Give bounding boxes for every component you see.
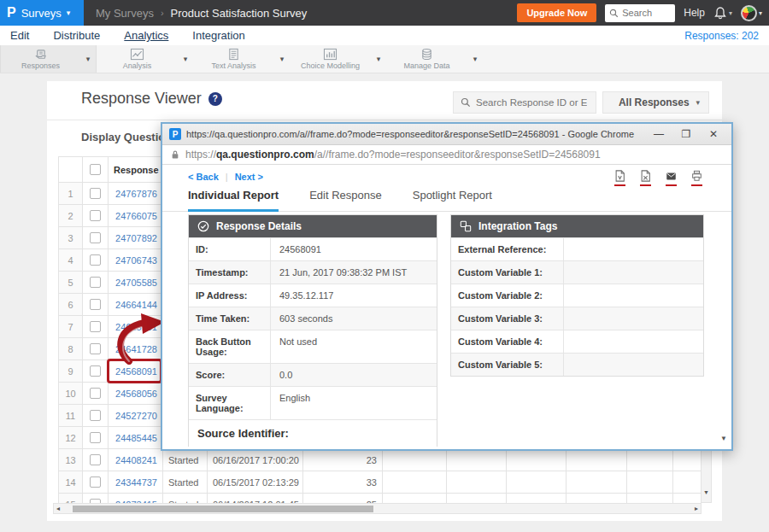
toolbar-choice-modelling[interactable]: Choice Modelling ▾ — [290, 45, 386, 73]
status-cell: Started — [163, 471, 208, 494]
response-id-link[interactable]: 24408241 — [109, 449, 163, 471]
tab-spotlight-report[interactable]: Spotlight Report — [413, 189, 492, 211]
select-all-checkbox[interactable] — [90, 164, 101, 175]
global-search[interactable] — [605, 4, 675, 22]
checkbox-cell — [83, 360, 109, 383]
notifications-menu[interactable]: ▾ — [713, 6, 732, 20]
surveys-menu[interactable]: P Surveys ▾ — [0, 0, 84, 26]
response-id-link[interactable]: 24273415 — [109, 494, 163, 504]
minimize-button[interactable]: — — [648, 128, 670, 140]
chevron-down-icon[interactable]: ▾ — [274, 55, 290, 63]
response-id-link[interactable]: 24767876 — [109, 183, 163, 205]
empty-cell — [507, 471, 566, 494]
row-number-header — [59, 157, 83, 183]
nav-edit[interactable]: Edit — [10, 29, 29, 42]
response-id-link[interactable]: 24706743 — [109, 249, 163, 272]
row-checkbox[interactable] — [90, 388, 101, 399]
empty-cell — [507, 494, 566, 504]
toolbar-manage-data[interactable]: Manage Data ▾ — [386, 45, 483, 73]
row-checkbox[interactable] — [90, 277, 101, 288]
response-id-header[interactable]: Response ID ▲ — [109, 157, 163, 183]
back-link[interactable]: < Back — [188, 172, 219, 182]
row-checkbox[interactable] — [90, 476, 101, 488]
toolbar-choice-modelling-label: Choice Modelling — [301, 61, 360, 70]
global-search-input[interactable] — [622, 8, 672, 18]
all-responses-dropdown[interactable]: All Responses ▾ — [602, 91, 709, 114]
nav-integration[interactable]: Integration — [192, 29, 244, 42]
tag-label: Custom Variable 4: — [451, 330, 564, 353]
response-id-link[interactable]: 24766075 — [109, 205, 163, 227]
close-button[interactable]: ✕ — [702, 128, 725, 140]
horizontal-scrollbar[interactable]: ◂ ▸ — [53, 503, 701, 514]
pdf-export-icon[interactable] — [614, 170, 625, 186]
help-icon[interactable]: ? — [208, 92, 222, 106]
checkbox-cell — [83, 494, 109, 504]
chevron-down-icon[interactable]: ▾ — [371, 55, 386, 63]
scroll-right-icon[interactable]: ▸ — [695, 505, 698, 512]
response-id-link[interactable]: 24641728 — [109, 338, 163, 360]
detail-label: ID: — [189, 238, 271, 260]
response-search[interactable] — [453, 91, 596, 114]
nav-distribute[interactable]: Distribute — [53, 29, 100, 42]
account-menu[interactable]: ▾ — [741, 5, 762, 21]
tab-individual-report[interactable]: Individual Report — [188, 189, 279, 212]
checkbox-cell — [83, 227, 109, 249]
row-checkbox[interactable] — [90, 254, 101, 266]
responses-count[interactable]: Responses: 202 — [684, 30, 759, 42]
excel-export-icon[interactable] — [640, 170, 651, 186]
window-titlebar[interactable]: P https://qa.questionpro.com/a//frame.do… — [162, 124, 731, 145]
address-bar[interactable]: https://qa.questionpro.com/a//frame.do?m… — [162, 145, 731, 165]
toolbar-responses-label: Responses — [21, 61, 60, 70]
chevron-down-icon[interactable]: ▾ — [467, 55, 483, 63]
table-row: 1424344737Started06/15/2017 02:13:2933 — [59, 471, 702, 494]
response-id-link[interactable]: 24344737 — [109, 471, 163, 494]
tab-edit-response[interactable]: Edit Response — [309, 189, 382, 211]
empty-cell — [566, 449, 627, 471]
integration-tags-header: Integration Tags — [451, 215, 703, 237]
maximize-button[interactable]: ❐ — [675, 128, 697, 140]
timestamp-cell: 06/15/2017 02:13:29 — [208, 471, 303, 494]
popup-scroll-down-icon[interactable]: ▼ — [720, 435, 727, 442]
row-checkbox[interactable] — [90, 454, 101, 465]
row-number: 14 — [59, 471, 83, 494]
response-id-link[interactable]: 24485445 — [109, 427, 163, 449]
row-checkbox[interactable] — [90, 343, 101, 354]
row-checkbox[interactable] — [90, 232, 101, 243]
time-taken-cell: 33 — [303, 471, 383, 494]
row-checkbox[interactable] — [90, 188, 101, 199]
response-id-link[interactable]: 24527270 — [109, 405, 163, 427]
chevron-down-icon[interactable]: ▾ — [178, 55, 193, 63]
row-checkbox[interactable] — [90, 365, 101, 377]
nav-analytics[interactable]: Analytics — [124, 29, 168, 42]
scroll-left-icon[interactable]: ◂ — [56, 505, 60, 512]
response-id-link[interactable]: 24568091 — [109, 360, 163, 383]
row-checkbox[interactable] — [90, 410, 101, 421]
response-details-title: Response Details — [216, 220, 302, 232]
response-id-link[interactable]: 24625131 — [109, 316, 163, 338]
scroll-down-icon[interactable]: ▼ — [701, 489, 711, 495]
breadcrumb-my-surveys[interactable]: My Surveys — [96, 7, 154, 20]
scrollbar-thumb[interactable] — [73, 506, 373, 512]
tag-row: Custom Variable 1: — [451, 260, 703, 284]
row-checkbox[interactable] — [90, 432, 101, 443]
row-number: 8 — [59, 338, 83, 360]
checkbox-cell — [83, 383, 109, 405]
response-id-link[interactable]: 24707892 — [109, 227, 163, 249]
toolbar-text-analysis[interactable]: Text Analysis ▾ — [193, 45, 290, 73]
toolbar-analysis[interactable]: Analysis ▾ — [97, 45, 193, 73]
tag-row: Custom Variable 4: — [451, 330, 703, 353]
response-search-input[interactable] — [476, 97, 587, 108]
row-checkbox[interactable] — [90, 299, 101, 310]
response-id-link[interactable]: 24568056 — [109, 383, 163, 405]
row-checkbox[interactable] — [90, 321, 101, 332]
next-link[interactable]: Next > — [235, 172, 263, 182]
response-id-link[interactable]: 24705585 — [109, 272, 163, 294]
help-link[interactable]: Help — [684, 7, 705, 19]
email-icon[interactable] — [666, 170, 677, 186]
chevron-down-icon[interactable]: ▾ — [80, 55, 96, 63]
print-icon[interactable] — [691, 170, 702, 186]
response-id-link[interactable]: 24664144 — [109, 294, 163, 316]
row-checkbox[interactable] — [90, 210, 101, 221]
upgrade-now-button[interactable]: Upgrade Now — [517, 3, 596, 22]
toolbar-responses[interactable]: Responses ▾ — [0, 45, 97, 73]
